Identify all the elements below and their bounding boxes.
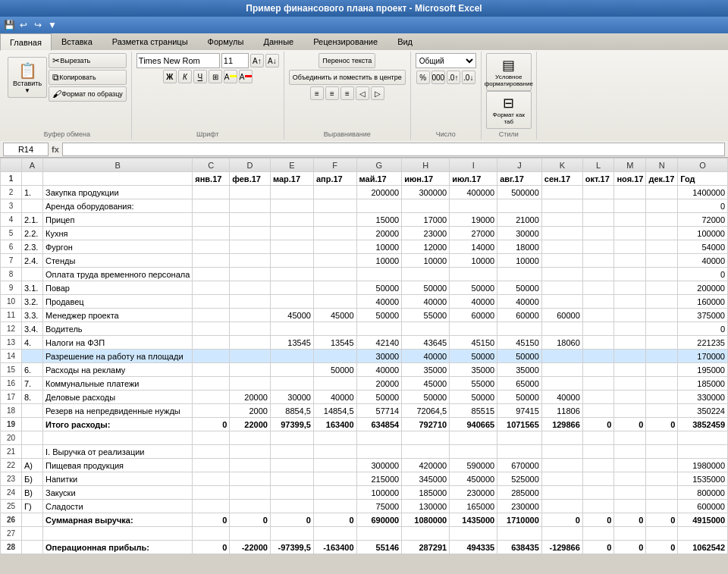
cell-15-F[interactable]: 50000: [313, 363, 356, 377]
cell-3-O[interactable]: 0: [678, 199, 728, 213]
cell-12-F[interactable]: [313, 322, 356, 336]
cell-14-L[interactable]: [582, 350, 614, 363]
col-header-n[interactable]: N: [646, 158, 678, 172]
cell-27-C[interactable]: [193, 527, 230, 541]
cell-9-F[interactable]: [313, 281, 356, 295]
tab-page-layout[interactable]: Разметка страницы: [102, 33, 198, 50]
cell-11-G[interactable]: 50000: [356, 309, 402, 322]
cell-13-I[interactable]: 45150: [450, 336, 497, 350]
cell-18-E[interactable]: 8854,5: [270, 404, 313, 418]
cell-18-A[interactable]: [22, 404, 43, 418]
copy-button[interactable]: ⧉ Копировать: [49, 70, 127, 85]
row-header-11[interactable]: 11: [1, 309, 22, 322]
row-header-8[interactable]: 8: [1, 268, 22, 281]
col-header-l[interactable]: L: [582, 158, 614, 172]
cell-20-L[interactable]: [582, 431, 614, 445]
cell-4-G[interactable]: 15000: [356, 213, 402, 227]
decrease-font-btn[interactable]: A↓: [265, 54, 279, 67]
col-header-e[interactable]: E: [270, 158, 313, 172]
cell-11-A[interactable]: 3.3.: [22, 309, 43, 322]
cell-8-J[interactable]: [497, 268, 542, 281]
cell-15-G[interactable]: 40000: [356, 363, 402, 377]
cell-14-K[interactable]: [541, 350, 582, 363]
cell-5-B[interactable]: Кухня: [43, 227, 193, 240]
cell-22-N[interactable]: [646, 459, 678, 472]
cell-26-O[interactable]: 4915000: [678, 513, 728, 527]
cell-1-C[interactable]: янв.17: [193, 172, 230, 186]
cell-24-K[interactable]: [541, 486, 582, 500]
cell-26-K[interactable]: 0: [541, 513, 582, 527]
cell-15-I[interactable]: 35000: [450, 363, 497, 377]
undo-button[interactable]: ↩: [17, 19, 30, 31]
cell-18-I[interactable]: 85515: [450, 404, 497, 418]
cell-7-M[interactable]: [614, 254, 646, 268]
cell-22-B[interactable]: Пищевая продукция: [43, 459, 193, 472]
cell-23-A[interactable]: Б): [22, 472, 43, 486]
col-header-h[interactable]: H: [402, 158, 450, 172]
cell-15-D[interactable]: [230, 363, 271, 377]
cell-5-A[interactable]: 2.2.: [22, 227, 43, 240]
cell-12-D[interactable]: [230, 322, 271, 336]
row-header-16[interactable]: 16: [1, 377, 22, 391]
cell-20-M[interactable]: [614, 431, 646, 445]
cell-21-O[interactable]: [678, 445, 728, 459]
cell-22-A[interactable]: А): [22, 459, 43, 472]
cell-23-N[interactable]: [646, 472, 678, 486]
cell-5-E[interactable]: [270, 227, 313, 240]
cell-7-I[interactable]: 10000: [450, 254, 497, 268]
cell-24-O[interactable]: 800000: [678, 486, 728, 500]
cell-19-J[interactable]: 1071565: [497, 418, 542, 431]
cell-3-K[interactable]: [541, 199, 582, 213]
cell-1-I[interactable]: июл.17: [450, 172, 497, 186]
cell-17-I[interactable]: 50000: [450, 391, 497, 404]
save-button[interactable]: 💾: [3, 19, 15, 31]
cell-1-F[interactable]: апр.17: [313, 172, 356, 186]
cell-1-M[interactable]: ноя.17: [614, 172, 646, 186]
cell-27-E[interactable]: [270, 527, 313, 541]
cell-18-K[interactable]: 11806: [541, 404, 582, 418]
cell-4-E[interactable]: [270, 213, 313, 227]
cell-5-N[interactable]: [646, 227, 678, 240]
cell-13-D[interactable]: [230, 336, 271, 350]
cell-1-H[interactable]: июн.17: [402, 172, 450, 186]
cell-6-D[interactable]: [230, 240, 271, 254]
cell-16-J[interactable]: 65000: [497, 377, 542, 391]
cell-7-H[interactable]: 10000: [402, 254, 450, 268]
col-header-m[interactable]: M: [614, 158, 646, 172]
cell-23-O[interactable]: 1535000: [678, 472, 728, 486]
cell-7-L[interactable]: [582, 254, 614, 268]
cell-17-J[interactable]: 50000: [497, 391, 542, 404]
cell-10-H[interactable]: 40000: [402, 295, 450, 309]
font-color-button[interactable]: A: [239, 70, 253, 83]
cell-9-B[interactable]: Повар: [43, 281, 193, 295]
cell-10-G[interactable]: 40000: [356, 295, 402, 309]
cell-28-L[interactable]: 0: [582, 541, 614, 554]
cell-2-G[interactable]: 200000: [356, 186, 402, 199]
cell-15-E[interactable]: [270, 363, 313, 377]
cell-16-F[interactable]: [313, 377, 356, 391]
cell-9-E[interactable]: [270, 281, 313, 295]
cell-8-C[interactable]: [193, 268, 230, 281]
cell-13-K[interactable]: 18060: [541, 336, 582, 350]
font-name-input[interactable]: [136, 53, 220, 68]
cell-24-B[interactable]: Закуски: [43, 486, 193, 500]
cell-23-K[interactable]: [541, 472, 582, 486]
cell-10-E[interactable]: [270, 295, 313, 309]
cell-23-D[interactable]: [230, 472, 271, 486]
increase-decimal-button[interactable]: .0↑: [447, 71, 460, 84]
cell-2-N[interactable]: [646, 186, 678, 199]
cell-27-F[interactable]: [313, 527, 356, 541]
cell-23-E[interactable]: [270, 472, 313, 486]
cell-17-B[interactable]: Деловые расходы: [43, 391, 193, 404]
cell-22-L[interactable]: [582, 459, 614, 472]
cell-7-J[interactable]: 10000: [497, 254, 542, 268]
indent-decrease-button[interactable]: ◁: [356, 86, 369, 100]
cell-17-F[interactable]: 40000: [313, 391, 356, 404]
italic-button[interactable]: К: [178, 70, 192, 83]
cell-26-G[interactable]: 690000: [356, 513, 402, 527]
cell-28-C[interactable]: 0: [193, 541, 230, 554]
cell-14-I[interactable]: 50000: [450, 350, 497, 363]
cell-3-D[interactable]: [230, 199, 271, 213]
cell-25-M[interactable]: [614, 500, 646, 513]
cell-15-J[interactable]: 35000: [497, 363, 542, 377]
